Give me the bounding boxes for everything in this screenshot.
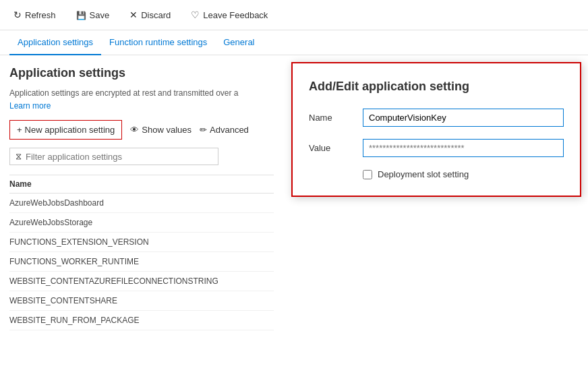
advanced-label: Advanced [210, 125, 249, 135]
name-field-row: Name [309, 109, 564, 127]
deployment-slot-checkbox[interactable] [363, 170, 372, 179]
eye-icon: 👁 [130, 125, 139, 135]
refresh-button[interactable]: Refresh [9, 7, 60, 23]
new-setting-label: New application setting [25, 125, 115, 135]
show-values-label: Show values [142, 125, 192, 135]
new-application-setting-button[interactable]: + New application setting [9, 120, 122, 140]
show-values-button[interactable]: 👁 Show values [130, 125, 192, 135]
table-row: WEBSITE_CONTENTSHARE [9, 291, 274, 311]
tabs: Application settings Function runtime se… [0, 30, 588, 55]
filter-icon: ⧖ [16, 151, 22, 162]
name-label: Name [309, 113, 363, 123]
tab-function-runtime[interactable]: Function runtime settings [101, 30, 215, 55]
feedback-icon [191, 9, 200, 20]
table-row: FUNCTIONS_WORKER_RUNTIME [9, 252, 274, 272]
left-panel: Application settings Application setting… [0, 55, 283, 341]
panel-title: Add/Edit application setting [309, 80, 564, 94]
table-header: Name [9, 175, 274, 194]
feedback-label: Leave Feedback [203, 10, 268, 20]
table-row: WEBSITE_RUN_FROM_PACKAGE [9, 311, 274, 330]
discard-button[interactable]: Discard [125, 7, 175, 23]
value-label: Value [309, 143, 363, 153]
edit-icon: ✏ [200, 125, 207, 135]
table-row: FUNCTIONS_EXTENSION_VERSION [9, 233, 274, 252]
save-icon [76, 9, 86, 20]
feedback-button[interactable]: Leave Feedback [187, 7, 272, 23]
learn-more-link[interactable]: Learn more [9, 101, 51, 111]
save-label: Save [90, 10, 110, 20]
tab-general[interactable]: General [215, 30, 262, 55]
table-row: AzureWebJobsDashboard [9, 194, 274, 213]
page-description: Application settings are encrypted at re… [9, 88, 274, 98]
refresh-icon [13, 9, 22, 20]
table-body: AzureWebJobsDashboardAzureWebJobsStorage… [9, 194, 274, 330]
table-row: AzureWebJobsStorage [9, 213, 274, 233]
save-button[interactable]: Save [72, 7, 114, 23]
filter-input[interactable] [26, 152, 212, 162]
refresh-label: Refresh [25, 10, 56, 20]
action-bar: + New application setting 👁 Show values … [9, 120, 274, 140]
value-input[interactable] [363, 139, 564, 157]
content-area: Application settings Application setting… [0, 55, 588, 341]
toolbar: Refresh Save Discard Leave Feedback [0, 0, 588, 30]
tab-app-settings[interactable]: Application settings [9, 30, 101, 55]
table-row: WEBSITE_CONTENTAZUREFILECONNECTIONSTRING [9, 272, 274, 291]
plus-icon: + [17, 125, 22, 135]
advanced-button[interactable]: ✏ Advanced [200, 125, 249, 135]
value-field-row: Value [309, 139, 564, 157]
name-input[interactable] [363, 109, 564, 127]
deployment-slot-label: Deployment slot setting [378, 169, 469, 179]
deployment-slot-row: Deployment slot setting [363, 169, 564, 179]
filter-box: ⧖ [9, 148, 218, 165]
discard-icon [129, 9, 138, 20]
add-edit-panel: Add/Edit application setting Name Value … [291, 62, 581, 197]
page-title: Application settings [9, 66, 274, 80]
discard-label: Discard [141, 10, 171, 20]
